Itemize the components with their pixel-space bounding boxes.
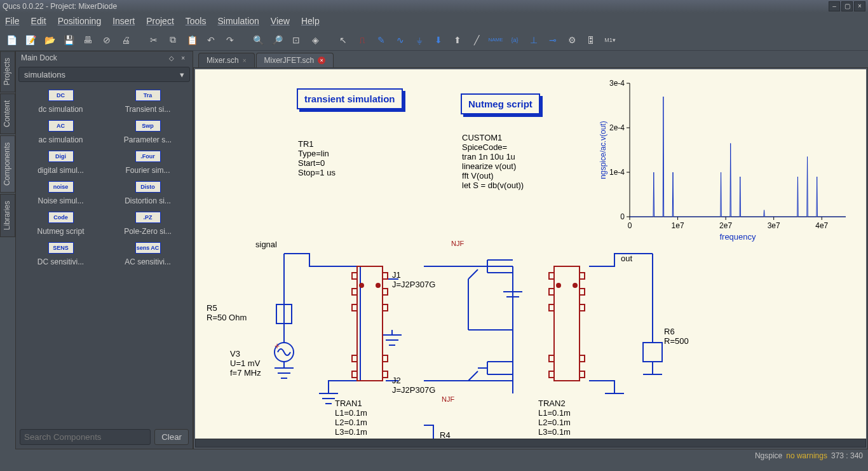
tab[interactable]: Mixer.sch × <box>198 53 255 67</box>
menu-edit[interactable]: Edit <box>31 16 46 26</box>
tune-icon[interactable]: 🎛 <box>583 32 599 48</box>
category-combo[interactable]: simulations ▾ <box>18 67 190 82</box>
simulate-icon[interactable]: ⚙ <box>564 32 580 48</box>
svg-text:4e7: 4e7 <box>815 221 828 230</box>
sidetab-libraries[interactable]: Libraries <box>0 194 15 237</box>
close-doc-icon[interactable]: ⊘ <box>99 32 114 48</box>
svg-text:0: 0 <box>620 212 625 221</box>
menu-positioning[interactable]: Positioning <box>58 16 102 26</box>
menu-tools[interactable]: Tools <box>186 16 207 26</box>
param-icon[interactable]: {a} <box>507 32 522 48</box>
marker-icon[interactable]: M1▾ <box>602 32 618 48</box>
njf1: NJF <box>451 240 464 247</box>
port-down-icon[interactable]: ⬇ <box>431 32 446 48</box>
svg-text:2e7: 2e7 <box>719 221 732 230</box>
key-icon[interactable]: ⊸ <box>545 32 560 48</box>
comp-j2: J2 J=J2P307G <box>392 376 435 395</box>
sidetab-components[interactable]: Components <box>0 135 15 193</box>
comp-r6: R6 R=500 <box>664 327 689 346</box>
svg-text:+: + <box>275 341 280 351</box>
open-icon[interactable]: 📂 <box>42 32 57 48</box>
menu-insert[interactable]: Insert <box>112 16 135 26</box>
svg-point-3 <box>376 283 380 287</box>
tab[interactable]: MixerJFET.sch × <box>256 53 334 67</box>
cut-icon[interactable]: ✂ <box>146 32 161 48</box>
pointer-icon[interactable]: ↖ <box>336 32 351 48</box>
sidetab-content[interactable]: Content <box>0 93 15 134</box>
palette-item[interactable]: sens ACAC sensitivi... <box>105 242 190 266</box>
palette-item[interactable]: SwpParameter s... <box>105 120 190 144</box>
comp-tran1: TRAN1 L1=0.1m L2=0.1m L3=0.1m <box>335 399 367 437</box>
menu-project[interactable]: Project <box>146 16 174 26</box>
save-icon[interactable]: 💾 <box>61 32 76 48</box>
paste-icon[interactable]: 📋 <box>184 32 200 48</box>
svg-point-6 <box>573 283 577 287</box>
new-text-icon[interactable]: 📝 <box>23 32 38 48</box>
tab-close-icon[interactable]: × <box>318 57 325 64</box>
main-dock: Main Dock ◇ × simulations ▾ DCdc simulat… <box>15 51 193 449</box>
undo-icon[interactable]: ↶ <box>203 32 219 48</box>
menu-help[interactable]: Help <box>301 16 320 26</box>
component-palette: DCdc simulationTraTransient si...ACac si… <box>16 85 193 425</box>
redo-icon[interactable]: ↷ <box>222 32 238 48</box>
palette-item[interactable]: Digidigital simul... <box>18 151 103 175</box>
dock-title: Main Dock <box>21 53 57 62</box>
svg-point-5 <box>557 283 560 287</box>
svg-text:1e7: 1e7 <box>672 221 684 230</box>
ground-icon[interactable]: ⏚ <box>412 32 427 48</box>
equation-icon[interactable]: ∿ <box>393 32 408 48</box>
svg-text:3e7: 3e7 <box>768 221 780 230</box>
svg-rect-8 <box>630 83 846 217</box>
clear-button[interactable]: Clear <box>154 429 189 445</box>
search-input[interactable] <box>20 429 151 445</box>
deactivate-icon[interactable]: ⊥ <box>526 32 541 48</box>
palette-item[interactable]: ACac simulation <box>18 120 103 144</box>
dock-controls[interactable]: ◇ × <box>169 55 187 62</box>
label-icon[interactable]: ✎ <box>374 32 389 48</box>
name-icon[interactable]: NAME <box>488 32 503 48</box>
minimize-button[interactable]: – <box>829 1 840 11</box>
net-out: out <box>621 254 632 263</box>
horizontal-scrollbar[interactable] <box>195 439 866 447</box>
maximize-button[interactable]: ▢ <box>841 1 853 11</box>
menu-simulation[interactable]: Simulation <box>217 16 259 26</box>
palette-item[interactable]: CodeNutmeg script <box>18 212 103 236</box>
zoom-1-icon[interactable]: ◈ <box>308 32 323 48</box>
palette-item[interactable]: .FourFourier sim... <box>105 151 190 175</box>
zoom-out-icon[interactable]: 🔎 <box>269 32 285 48</box>
menu-view[interactable]: View <box>271 16 290 26</box>
port-up-icon[interactable]: ⬆ <box>450 32 465 48</box>
palette-item[interactable]: DistoDistortion si... <box>105 181 190 205</box>
fft-plot[interactable]: 01e72e73e74e701e-42e-43e-4frequencyngspi… <box>598 77 852 242</box>
zoom-in-icon[interactable]: 🔍 <box>250 32 266 48</box>
close-button[interactable]: × <box>854 1 865 11</box>
sidetab-projects[interactable]: Projects <box>0 51 15 92</box>
palette-item[interactable]: DCdc simulation <box>18 90 103 114</box>
wire-icon[interactable]: ⎍ <box>355 32 370 48</box>
comp-v3: V3 U=1 mV f=7 MHz <box>230 349 261 378</box>
window-titlebar: Qucs 0.0.22 - Project: MixerDiode – ▢ × <box>0 0 868 13</box>
svg-text:0: 0 <box>628 221 632 230</box>
tab-close-icon[interactable]: × <box>243 57 247 64</box>
schematic-canvas-frame: transient simulation TR1 Type=lin Start=… <box>193 67 868 449</box>
svg-text:1e-4: 1e-4 <box>609 168 625 177</box>
svg-point-2 <box>360 283 363 287</box>
save-all-icon[interactable]: 🖶 <box>80 32 95 48</box>
schematic-canvas[interactable]: transient simulation TR1 Type=lin Start=… <box>195 69 866 447</box>
palette-item[interactable]: SENSDC sensitivi... <box>18 242 103 266</box>
status-coords: 373 : 340 <box>831 451 863 460</box>
njf2: NJF <box>442 395 454 403</box>
palette-item[interactable]: noiseNoise simul... <box>18 181 103 205</box>
line-icon[interactable]: ╱ <box>469 32 484 48</box>
svg-text:2e-4: 2e-4 <box>609 123 625 132</box>
print-icon[interactable]: 🖨 <box>118 32 133 48</box>
new-icon[interactable]: 📄 <box>4 32 19 48</box>
side-tab-bar: ProjectsContentComponentsLibraries <box>0 51 15 449</box>
copy-icon[interactable]: ⧉ <box>165 32 180 48</box>
svg-text:ngspice/ac.v(out): ngspice/ac.v(out) <box>599 121 607 179</box>
menu-file[interactable]: File <box>5 16 20 26</box>
palette-item[interactable]: .PZPole-Zero si... <box>105 212 190 236</box>
palette-item[interactable]: TraTransient si... <box>105 90 190 114</box>
svg-text:frequency: frequency <box>719 232 756 242</box>
zoom-fit-icon[interactable]: ⊡ <box>288 32 304 48</box>
